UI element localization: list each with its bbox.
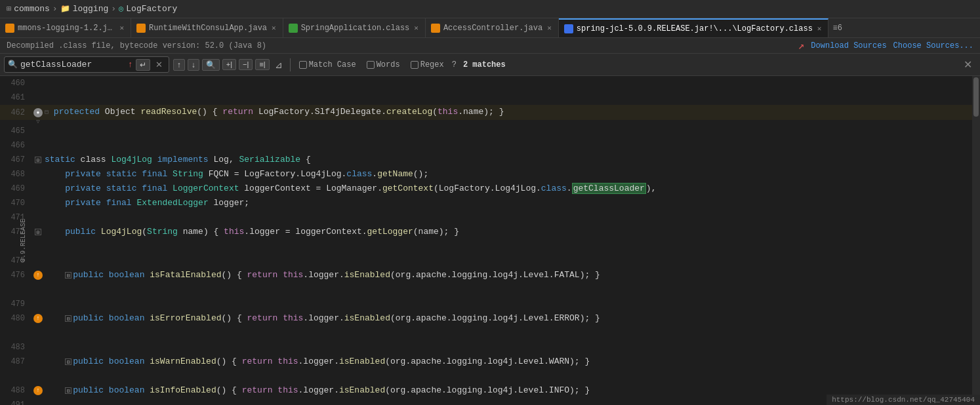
line-num-465: 465 — [5, 124, 31, 138]
expand-icon-467[interactable]: ⊟ — [35, 157, 41, 163]
line-num-483: 483 — [5, 340, 31, 355]
search-multiline-button[interactable]: ≡| — [255, 59, 269, 70]
breadcrumb-logfactory: LogFactory — [126, 4, 177, 14]
search-next-button[interactable]: ↓ — [188, 59, 199, 71]
search-find-button[interactable]: 🔍 — [202, 59, 220, 71]
highlighted-getclassloader: getClassLoader — [572, 183, 646, 194]
match-case-option[interactable]: Match Case — [295, 58, 360, 71]
code-area: 0.9.RELEASE 460 461 462 ● — [0, 76, 980, 405]
code-line-471: 471 — [0, 210, 972, 225]
line-num-461: 461 — [5, 90, 31, 105]
code-line-472: 472 ⊟ public Log4jLog(String name) { thi… — [0, 225, 972, 239]
commons-icon: ⊞ — [7, 4, 11, 14]
line-num-468: 468 — [5, 167, 31, 182]
tab-icon-3 — [289, 24, 298, 33]
bottom-url-text: https://blog.csdn.net/qq_42745404 — [832, 396, 975, 404]
tab-label-2: RuntimeWithConsulApp.java — [149, 24, 267, 33]
match-case-checkbox[interactable] — [299, 61, 307, 69]
code-line-466: 466 — [0, 138, 972, 153]
tab-icon-2 — [136, 24, 146, 33]
line-num-487: 487 — [5, 355, 31, 369]
search-input[interactable] — [20, 60, 125, 69]
matches-count: 2 matches — [463, 60, 506, 69]
code-line-470: 470 private final ExtendedLogger logger; — [0, 196, 972, 210]
code-line-468: 468 private static final String FQCN = L… — [0, 167, 972, 182]
words-option[interactable]: Words — [363, 58, 404, 71]
tab-close-5[interactable]: ✕ — [816, 24, 823, 33]
expand-icon-488[interactable]: ⊟ — [65, 387, 71, 394]
choose-sources-link[interactable]: Choose Sources... — [893, 41, 973, 50]
code-line-479: 479 — [0, 297, 972, 311]
search-caret-icon: ↑ — [128, 60, 133, 69]
tab-accesscontroller[interactable]: AccessController.java ✕ — [426, 18, 559, 37]
regex-checkbox[interactable] — [411, 61, 419, 69]
code-lines: 460 461 462 ● ⊟ protected Object readRes… — [0, 76, 972, 405]
search-clear-button[interactable]: ✕ — [153, 58, 165, 71]
code-content: 460 461 462 ● ⊟ protected Object readRes… — [0, 76, 972, 405]
close-search-button[interactable]: ✕ — [960, 58, 976, 71]
class-icon: ◎ — [119, 4, 123, 14]
decompiled-info: Decompiled .class file, bytecode version… — [7, 41, 266, 50]
search-nav-enter[interactable]: ↵ — [136, 59, 150, 71]
expand-icon-476[interactable]: ⊟ — [65, 272, 71, 279]
code-line-460: 460 — [0, 76, 972, 90]
tab-close-3[interactable]: ✕ — [413, 23, 420, 33]
line-num-469: 469 — [5, 182, 31, 196]
tab-springapplication[interactable]: SpringApplication.class ✕ — [283, 18, 426, 37]
search-add-button[interactable]: +| — [222, 59, 236, 70]
line-num-472: 472 — [5, 225, 31, 239]
tab-runtimewithconsul[interactable]: RuntimeWithConsulApp.java ✕ — [131, 18, 283, 37]
tab-icon-4 — [431, 24, 440, 33]
bottom-url-bar: https://blog.csdn.net/qq_42745404 — [827, 395, 980, 405]
search-filter-button[interactable]: ⊿ — [272, 58, 285, 71]
line-num-466: 466 — [5, 138, 31, 153]
code-line-skip4 — [0, 369, 972, 383]
help-button[interactable]: ? — [452, 60, 457, 69]
search-magnifier-icon: 🔍 — [8, 60, 18, 69]
line-num-462: 462 — [5, 106, 31, 120]
search-subtract-button[interactable]: −| — [239, 59, 253, 70]
breadcrumb: ⊞ commons › 📁 logging › ◎ LogFactory — [7, 4, 177, 14]
tab-commons-logging[interactable]: mmons-logging-1.2.jar!\...\LogFactory.cl… — [0, 18, 131, 37]
code-line-475: 475 — [0, 254, 972, 268]
regex-label: Regex — [420, 60, 444, 69]
line-num-460: 460 — [5, 76, 31, 90]
code-line-skip3 — [0, 326, 972, 340]
more-tabs-button[interactable]: ≡6 — [828, 18, 846, 37]
line-num-488: 488 — [5, 383, 31, 398]
code-line-469: 469 private static final LoggerContext l… — [0, 182, 972, 196]
download-sources-link[interactable]: Download Sources — [811, 41, 886, 50]
words-label: Words — [377, 60, 400, 69]
search-prev-button[interactable]: ↑ — [173, 59, 185, 71]
expand-icon-480[interactable]: ⊟ — [65, 315, 71, 322]
red-arrow-icon: ↗ — [798, 39, 805, 52]
title-bar: ⊞ commons › 📁 logging › ◎ LogFactory — [0, 0, 980, 18]
orange-up-icon-480: ↑ — [33, 314, 43, 323]
expand-icon-472[interactable]: ⊟ — [35, 229, 41, 235]
tab-close-4[interactable]: ✕ — [546, 23, 553, 33]
code-line-465: 465 — [0, 124, 972, 138]
tab-close-2[interactable]: ✕ — [270, 23, 277, 33]
expand-icon-487[interactable]: ⊟ — [65, 358, 71, 365]
regex-option[interactable]: Regex — [407, 58, 448, 71]
code-line-skip2 — [0, 282, 972, 297]
code-line-483: 483 — [0, 340, 972, 355]
code-line-487: 487 ⊟public boolean isWarnEnabled() { re… — [0, 355, 972, 369]
orange-up-icon-488: ↑ — [33, 386, 43, 395]
breadcrumb-commons: commons — [14, 4, 50, 14]
tab-icon-1 — [5, 24, 14, 33]
line-num-491: 491 — [5, 398, 31, 405]
tab-close-1[interactable]: ✕ — [118, 23, 125, 33]
line-num-479: 479 — [5, 297, 31, 311]
code-line-467: 467 ⊟ static class Log4jLog implements L… — [0, 153, 972, 167]
tab-spring-jcl[interactable]: spring-jcl-5.0.9.RELEASE.jar!\...\LogFac… — [559, 18, 829, 37]
line-num-476: 476 — [5, 268, 31, 282]
line-num-475: 475 — [5, 254, 31, 268]
vertical-scrollbar[interactable] — [972, 76, 980, 405]
tabs-bar: mmons-logging-1.2.jar!\...\LogFactory.cl… — [0, 18, 980, 38]
scrollbar-thumb[interactable] — [973, 77, 979, 117]
search-input-wrapper: 🔍 ↑ ↵ ✕ — [4, 56, 169, 73]
code-line-462: 462 ● ⊟ protected Object readResolve() {… — [0, 105, 972, 120]
words-checkbox[interactable] — [367, 61, 375, 69]
line-num-467: 467 — [5, 153, 31, 167]
